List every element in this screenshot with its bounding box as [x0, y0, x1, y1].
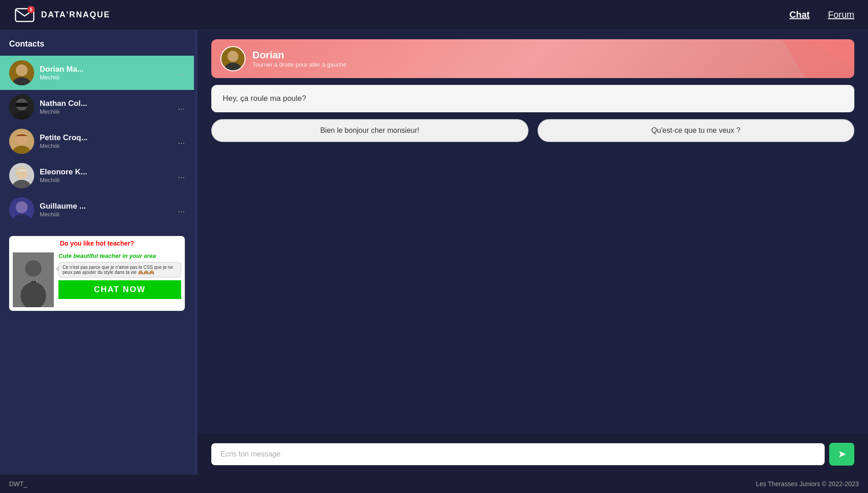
chat-area: Dorian Tourner à droite pour aller à gau…	[198, 30, 868, 475]
contact-name-petite: Petite Croq...	[40, 133, 173, 142]
contact-info-eleonore: Eleonore K... Mechiiii	[40, 168, 173, 184]
svg-text:5: 5	[30, 7, 32, 12]
ad-banner: Do you like hot teacher? 🕶️ Cute beautif…	[9, 236, 185, 311]
nav-forum[interactable]: Forum	[828, 10, 854, 20]
vertical-divider	[194, 30, 198, 475]
chat-contact-name: Dorian	[252, 49, 845, 61]
svg-point-9	[13, 146, 31, 154]
contact-name-dorian: Dorian Ma...	[40, 65, 173, 74]
contact-name-guillaume: Guillaume ...	[40, 202, 173, 211]
avatar-petite	[9, 129, 34, 154]
nav-chat[interactable]: Chat	[790, 10, 810, 20]
reply-btn-2[interactable]: Qu'est-ce que tu me veux ?	[538, 119, 855, 142]
avatar-eleonore	[9, 163, 34, 188]
contact-info-guillaume: Guillaume ... Mechiiii	[40, 202, 173, 218]
footer-left: DWT_	[9, 480, 27, 488]
chat-contact-avatar	[220, 46, 246, 71]
ad-cta-button[interactable]: CHAT NOW	[58, 280, 181, 299]
chat-contact-header: Dorian Tourner à droite pour aller à gau…	[211, 39, 854, 78]
svg-point-6	[13, 111, 31, 120]
ad-title: Do you like hot teacher?	[9, 236, 185, 249]
header: 5 DATA'RNAQUE Chat Forum	[0, 0, 868, 30]
nav-links: Chat Forum	[790, 10, 854, 20]
ad-right: Cute beautiful teacher in your area Ce n…	[58, 252, 181, 307]
ad-body: 🕶️ Cute beautiful teacher in your area C…	[9, 249, 185, 311]
message-input-area: ➤	[198, 434, 868, 475]
svg-point-4	[13, 77, 31, 85]
svg-point-10	[16, 167, 28, 179]
contact-dots-nathan: ...	[178, 102, 185, 112]
svg-point-3	[16, 64, 28, 76]
contact-status-nathan: Mechiiii	[40, 108, 173, 115]
contact-item-nathan[interactable]: Nathan Col... Mechiiii ...	[0, 90, 194, 124]
message-input[interactable]	[211, 443, 825, 465]
ad-bubble: Ce n'est pas parce que je n'aime pas le …	[58, 262, 181, 278]
contact-item-guillaume[interactable]: Guillaume ... Mechiiii ...	[0, 193, 194, 227]
contact-status-eleonore: Mechiiii	[40, 177, 173, 184]
footer: DWT_ Les Therasses Juniors © 2022-2023	[0, 475, 868, 493]
chat-scroll-area[interactable]: Dorian Tourner à droite pour aller à gau…	[198, 30, 868, 434]
contact-item-eleonore[interactable]: Eleonore K... Mechiiii ...	[0, 158, 194, 193]
send-icon: ➤	[838, 448, 846, 460]
ad-image: 🕶️	[13, 252, 54, 307]
avatar-dorian	[9, 60, 34, 85]
contact-status-petite: Mechiiii	[40, 142, 173, 149]
svg-point-13	[13, 214, 31, 222]
logo-icon-wrap: 5	[14, 3, 36, 27]
contact-dots-dorian: ...	[178, 68, 185, 78]
contact-info-nathan: Nathan Col... Mechiiii	[40, 99, 173, 115]
avatar-nathan	[9, 94, 34, 120]
svg-point-11	[13, 180, 31, 188]
contacts-title: Contacts	[0, 39, 194, 56]
contact-status-guillaume: Mechiiii	[40, 211, 173, 218]
contact-info-dorian: Dorian Ma... Mechiiii	[40, 65, 173, 81]
contact-info-petite: Petite Croq... Mechiiii	[40, 133, 173, 149]
reply-options: Bien le bonjour cher monsieur! Qu'est-ce…	[211, 119, 854, 142]
svg-text:🕶️: 🕶️	[31, 279, 37, 285]
sidebar: Contacts Dorian Ma... Mechiiii ...	[0, 30, 194, 475]
logo-text: DATA'RNAQUE	[41, 10, 110, 20]
chat-message-text: Hey, ça roule ma poule?	[223, 94, 306, 103]
main-layout: Contacts Dorian Ma... Mechiiii ...	[0, 30, 868, 475]
contact-item-dorian[interactable]: Dorian Ma... Mechiiii ...	[0, 56, 194, 90]
svg-point-19	[225, 63, 241, 71]
contact-item-petite[interactable]: Petite Croq... Mechiiii ...	[0, 124, 194, 158]
contact-status-dorian: Mechiiii	[40, 74, 173, 81]
contact-dots-petite: ...	[178, 136, 185, 146]
contact-dots-guillaume: ...	[178, 205, 185, 215]
svg-rect-7	[16, 103, 28, 107]
chat-message-bubble: Hey, ça roule ma poule?	[211, 85, 854, 112]
ad-description: Cute beautiful teacher in your area	[58, 252, 181, 259]
svg-point-18	[227, 51, 238, 62]
contact-name-eleonore: Eleonore K...	[40, 168, 173, 177]
chat-contact-details: Dorian Tourner à droite pour aller à gau…	[252, 49, 845, 68]
svg-point-15	[25, 260, 42, 277]
contact-dots-eleonore: ...	[178, 171, 185, 180]
contact-name-nathan: Nathan Col...	[40, 99, 173, 108]
logo-area: 5 DATA'RNAQUE	[14, 3, 790, 27]
chat-contact-subtitle: Tourner à droite pour aller à gauche	[252, 61, 845, 68]
svg-point-12	[16, 201, 28, 213]
footer-right: Les Therasses Juniors © 2022-2023	[756, 480, 859, 488]
reply-btn-1[interactable]: Bien le bonjour cher monsieur!	[211, 119, 528, 142]
send-button[interactable]: ➤	[829, 443, 854, 466]
contacts-list: Dorian Ma... Mechiiii ... Nathan Col... …	[0, 56, 194, 227]
logo-icon: 5	[14, 3, 36, 25]
avatar-guillaume	[9, 197, 34, 222]
